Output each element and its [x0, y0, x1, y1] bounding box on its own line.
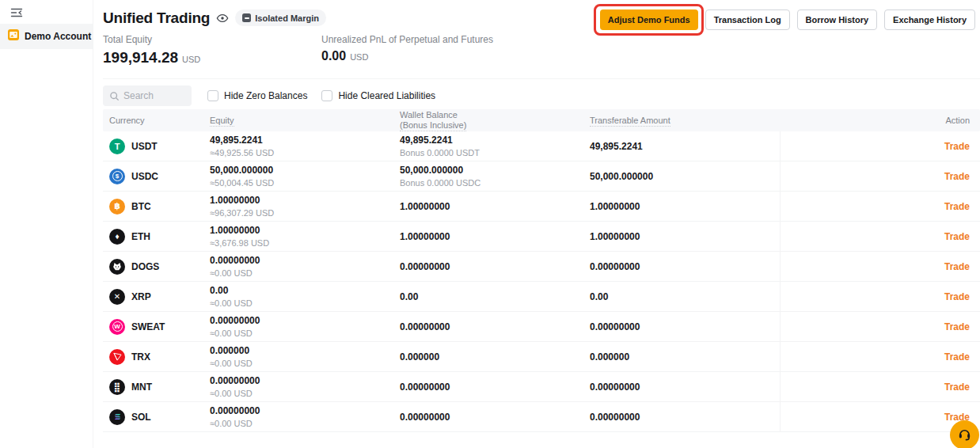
wallet-bonus-value: Bonus 0.0000 USDC	[400, 178, 583, 188]
transferable-amount-value: 0.00000000	[590, 412, 780, 423]
equity-value: 0.00	[210, 285, 393, 296]
equity-value: 0.00000000	[210, 375, 393, 386]
margin-mode-badge: Isolated Margin	[235, 9, 326, 26]
coin-icon: W	[109, 319, 125, 335]
headset-icon	[957, 427, 972, 444]
transferable-amount-value: 1.00000000	[590, 201, 780, 212]
sidebar-collapse-icon[interactable]	[9, 7, 24, 20]
transferable-amount-value: 1.00000000	[590, 231, 780, 242]
coin-icon: $	[109, 169, 125, 184]
equity-value: 1.00000000	[210, 195, 393, 206]
header-equity: Equity	[210, 116, 234, 127]
currency-symbol: ETH	[131, 231, 150, 242]
support-fab-button[interactable]	[950, 420, 979, 448]
borrow-history-button[interactable]: Borrow History	[797, 9, 877, 30]
hide-zero-balances-checkbox[interactable]: Hide Zero Balances	[207, 90, 307, 101]
equity-usd-value: ≈0.00 USD	[210, 389, 393, 398]
page-title: Unified Trading	[103, 9, 210, 27]
equity-usd-value: ≈0.00 USD	[210, 328, 393, 338]
transferable-amount-value: 0.00	[590, 291, 780, 302]
equity-usd-value: ≈50,004.45 USD	[210, 178, 393, 188]
wallet-balance-value: 50,000.000000	[400, 165, 583, 176]
equity-usd-value: ≈0.00 USD	[210, 268, 393, 278]
wallet-balance-value: 1.00000000	[400, 201, 583, 212]
table-row: ✕ XRP 0.00 ≈0.00 USD 0.00 0.00 Trade	[103, 282, 980, 312]
table-row: TRX 0.000000 ≈0.00 USD 0.000000 0.000000…	[103, 342, 980, 372]
isolated-margin-icon	[242, 13, 251, 22]
wallet-balance-value: 1.00000000	[400, 231, 583, 242]
coin-icon: ♦	[109, 229, 125, 245]
hide-cleared-liabilities-label: Hide Cleared Liabilities	[338, 90, 435, 101]
header-currency: Currency	[103, 116, 203, 125]
equity-value: 0.00000000	[210, 315, 393, 326]
trade-link[interactable]: Trade	[944, 201, 970, 212]
demo-account-icon	[8, 29, 19, 44]
total-equity-unit: USD	[182, 55, 200, 64]
wallet-bonus-value: Bonus 0.0000 USDT	[400, 148, 583, 158]
wallet-balance-value: 0.000000	[400, 351, 583, 363]
header-action: Action	[780, 116, 980, 125]
transferable-amount-value: 0.00000000	[590, 382, 780, 393]
wallet-balance-value: 0.00000000	[400, 382, 583, 393]
transferable-amount-value: 0.00000000	[590, 261, 780, 272]
coin-icon: T	[109, 139, 125, 154]
adjust-demo-funds-button[interactable]: Adjust Demo Funds	[600, 9, 698, 30]
equity-value: 49,895.2241	[210, 135, 393, 146]
total-equity-stat: Total Equity 199,914.28 USD	[103, 34, 321, 66]
unrealized-pnl-value: 0.00	[321, 49, 346, 63]
trade-link[interactable]: Trade	[944, 141, 970, 152]
currency-symbol: MNT	[131, 382, 152, 393]
equity-usd-value: ≈0.00 USD	[210, 419, 393, 428]
table-row: ♦ ETH 1.00000000 ≈3,676.98 USD 1.0000000…	[103, 222, 980, 252]
wallet-balance-value: 0.00000000	[400, 261, 583, 272]
equity-usd-value: ≈49,925.56 USD	[210, 148, 393, 158]
currency-symbol: XRP	[131, 291, 151, 302]
transferable-amount-value: 0.00000000	[590, 321, 780, 332]
checkbox-icon[interactable]	[321, 90, 332, 101]
trade-link[interactable]: Trade	[944, 261, 970, 272]
hide-cleared-liabilities-checkbox[interactable]: Hide Cleared Liabilities	[321, 90, 435, 101]
equity-usd-value: ≈0.00 USD	[210, 298, 393, 308]
trade-link[interactable]: Trade	[944, 291, 970, 302]
search-icon	[109, 90, 120, 104]
transaction-log-button[interactable]: Transaction Log	[705, 9, 790, 30]
transferable-amount-value: 50,000.000000	[590, 171, 780, 182]
coin-icon	[109, 349, 125, 365]
unrealized-pnl-unit: USD	[350, 52, 368, 62]
filter-controls: Hide Zero Balances Hide Cleared Liabilit…	[103, 85, 980, 106]
coin-icon: ฿	[109, 199, 125, 215]
hide-zero-balances-label: Hide Zero Balances	[224, 90, 307, 101]
trade-link[interactable]: Trade	[944, 351, 970, 363]
coin-icon: ⣿	[109, 379, 125, 395]
trade-link[interactable]: Trade	[944, 171, 970, 182]
transferable-amount-value: 49,895.2241	[590, 141, 780, 152]
equity-usd-value: ≈96,307.29 USD	[210, 208, 393, 218]
trade-link[interactable]: Trade	[944, 321, 970, 332]
total-equity-value: 199,914.28	[103, 49, 178, 66]
sidebar-item-label: Demo Account	[25, 31, 91, 42]
wallet-balance-value: 49,895.2241	[400, 135, 583, 146]
exchange-history-button[interactable]: Exchange History	[884, 9, 975, 30]
section-divider	[103, 78, 980, 79]
currency-symbol: TRX	[131, 351, 150, 363]
coin-icon: ✕	[109, 289, 125, 305]
wallet-balance-value: 0.00000000	[400, 412, 583, 423]
demo-trading-page: Demo Account Unified Trading Isolated Ma…	[0, 0, 980, 448]
trade-link[interactable]: Trade	[944, 231, 970, 242]
header-transferable-amount: Transferable Amount	[590, 116, 670, 127]
wallet-balance-value: 0.00	[400, 291, 583, 302]
equity-value: 0.00000000	[210, 255, 393, 266]
trade-link[interactable]: Trade	[944, 382, 970, 393]
currency-symbol: DOGS	[131, 261, 159, 272]
equity-usd-value: ≈0.00 USD	[210, 359, 393, 368]
sidebar-item-demo-account[interactable]: Demo Account	[0, 24, 93, 49]
transferable-amount-value: 0.000000	[590, 351, 780, 363]
visibility-eye-icon[interactable]	[216, 12, 229, 25]
coin-icon	[109, 409, 125, 425]
table-row: SOL 0.00000000 ≈0.00 USD 0.00000000 0.00…	[103, 402, 980, 432]
header-actions: Adjust Demo Funds Transaction Log Borrow…	[600, 9, 975, 30]
checkbox-icon[interactable]	[207, 90, 218, 101]
coin-icon	[109, 259, 125, 275]
table-row: W SWEAT 0.00000000 ≈0.00 USD 0.00000000 …	[103, 312, 980, 342]
main-content: Unified Trading Isolated Margin Adjust D…	[93, 0, 980, 448]
